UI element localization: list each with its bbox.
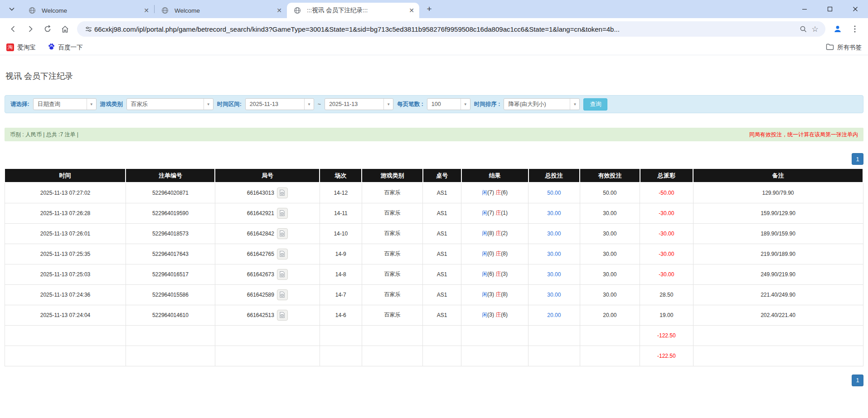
all-bookmarks[interactable]: 所有书签 <box>826 43 862 52</box>
window-minimize-button[interactable] <box>792 0 817 18</box>
date-to-select[interactable]: 2025-11-13 ▼ <box>325 98 393 110</box>
page-number-button[interactable]: 1 <box>852 153 863 165</box>
cell-table-no: AS1 <box>423 244 461 264</box>
cell-time: 2025-11-13 07:25:35 <box>5 244 126 264</box>
subtotal-label: 小计 <box>5 325 126 346</box>
summary-info-bar: 币别 : 人民币 | 总共 :7 注单 | 同局有效投注，统一计算在该局第一张注… <box>5 128 863 141</box>
cell-session: 14-12 <box>320 183 362 203</box>
baidu-paw-icon <box>48 43 55 52</box>
reload-icon[interactable] <box>40 21 55 37</box>
cell-note: 202.40/221.40 <box>693 305 863 325</box>
cell-round-id: 661642765 <box>215 244 320 264</box>
game-type-select[interactable]: 百家乐 ▼ <box>126 98 213 110</box>
date-from-select[interactable]: 2025-11-13 ▼ <box>245 98 314 110</box>
cell-game-type: 百家乐 <box>362 264 422 284</box>
cell-round-id: 661642842 <box>215 223 320 244</box>
tab-search-chevron-icon[interactable] <box>5 3 18 15</box>
cell-note: 129.90/79.90 <box>693 183 863 203</box>
cell-game-type: 百家乐 <box>362 203 422 223</box>
video-replay-button[interactable] <box>277 289 288 300</box>
tab-close-icon[interactable]: ✕ <box>142 6 150 14</box>
video-replay-button[interactable] <box>277 249 288 259</box>
table-row: 2025-11-13 07:25:35522964017643661642765… <box>5 244 863 264</box>
url-text[interactable]: 66cxkj98.com/ipl/portal.php/game/betreco… <box>94 25 797 33</box>
cell-session: 14-9 <box>320 244 362 264</box>
cell-valid-bet: 30.00 <box>580 203 640 223</box>
site-info-icon[interactable] <box>82 23 94 35</box>
cell-table-no: AS1 <box>423 203 461 223</box>
cell-payout: 19.00 <box>640 305 693 325</box>
table-row: 2025-11-13 07:26:01522964018573661642842… <box>5 223 863 244</box>
profile-avatar-icon[interactable] <box>830 21 845 37</box>
cell-valid-bet: 30.00 <box>580 284 640 305</box>
cell-time: 2025-11-13 07:24:04 <box>5 305 126 325</box>
cell-session: 14-8 <box>320 264 362 284</box>
total-label: 总计 <box>5 346 126 366</box>
back-icon[interactable] <box>5 21 21 37</box>
cell-result: 闲(7) 庄(1) <box>461 203 529 223</box>
video-replay-button[interactable] <box>277 310 288 321</box>
cell-total-bet: 50.00 <box>529 183 580 203</box>
browser-tab-1[interactable]: Welcome ✕ <box>22 3 154 18</box>
page-number-button[interactable]: 1 <box>852 375 863 386</box>
subtotal-count: 7 <box>126 325 215 346</box>
home-icon[interactable] <box>57 21 73 37</box>
browser-menu-kebab-icon[interactable] <box>847 21 863 37</box>
cell-game-type: 百家乐 <box>362 223 422 244</box>
cell-round-id: 661642513 <box>215 305 320 325</box>
cell-game-type: 百家乐 <box>362 284 422 305</box>
video-replay-button[interactable] <box>277 228 288 239</box>
video-replay-button[interactable] <box>277 187 288 198</box>
cell-time: 2025-11-13 07:26:28 <box>5 203 126 223</box>
address-bar[interactable]: 66cxkj98.com/ipl/portal.php/game/betreco… <box>77 21 825 37</box>
round-id-text: 661642842 <box>247 231 274 237</box>
cell-table-no: AS1 <box>423 223 461 244</box>
new-tab-button[interactable]: + <box>423 3 436 15</box>
globe-icon <box>26 5 38 16</box>
round-id-text: 661642765 <box>247 251 274 257</box>
round-id-text: 661643013 <box>247 190 274 196</box>
forward-icon[interactable] <box>23 21 38 37</box>
cell-bet-id: 522964014610 <box>126 305 215 325</box>
round-id-text: 661642921 <box>247 210 274 216</box>
round-id-text: 661642513 <box>247 312 274 318</box>
browser-tab-2[interactable]: Welcome ✕ <box>155 3 287 18</box>
window-close-button[interactable] <box>843 0 868 18</box>
window-maximize-button[interactable] <box>817 0 843 18</box>
bookmark-baidu[interactable]: 百度一下 <box>48 43 83 52</box>
cell-round-id: 661643013 <box>215 183 320 203</box>
cell-payout: -30.00 <box>640 244 693 264</box>
bookmark-star-icon[interactable]: ☆ <box>809 23 821 35</box>
cell-total-bet: 20.00 <box>529 305 580 325</box>
cell-result: 闲(8) 庄(2) <box>461 223 529 244</box>
sort-order-select[interactable]: 降幂(由大到小) ▼ <box>504 98 580 110</box>
video-replay-button[interactable] <box>277 208 288 219</box>
cell-valid-bet: 30.00 <box>580 264 640 284</box>
search-button[interactable]: 查询 <box>583 98 607 111</box>
tab-title: :::视讯 会员下注纪录::: <box>307 6 404 14</box>
cell-time: 2025-11-13 07:26:01 <box>5 223 126 244</box>
cell-table-no: AS1 <box>423 305 461 325</box>
column-header-4: 游戏类别 <box>362 169 422 183</box>
page-size-select[interactable]: 100 ▼ <box>427 98 470 110</box>
cell-time: 2025-11-13 07:24:36 <box>5 284 126 305</box>
browser-tab-active[interactable]: :::视讯 会员下注纪录::: ✕ <box>287 3 419 18</box>
game-type-label: 游戏类别 <box>100 101 123 108</box>
video-replay-button[interactable] <box>277 269 288 280</box>
cell-note: 219.90/189.90 <box>693 244 863 264</box>
tab-close-icon[interactable]: ✕ <box>407 6 416 14</box>
bookmark-aitaobao[interactable]: 淘 爱淘宝 <box>6 43 36 52</box>
zoom-magnifier-icon[interactable] <box>797 23 809 35</box>
cell-note: 159.90/129.90 <box>693 203 863 223</box>
cell-note: 221.40/249.90 <box>693 284 863 305</box>
currency-total-text: 币别 : 人民币 | 总共 :7 注单 | <box>10 131 78 139</box>
tab-close-icon[interactable]: ✕ <box>275 6 283 14</box>
column-header-9: 总派彩 <box>640 169 693 183</box>
all-bookmarks-label: 所有书签 <box>837 43 862 52</box>
browser-toolbar: 66cxkj98.com/ipl/portal.php/game/betreco… <box>0 18 868 40</box>
table-row: 2025-11-13 07:26:28522964019590661642921… <box>5 203 863 223</box>
column-header-3: 场次 <box>320 169 362 183</box>
cell-round-id: 661642589 <box>215 284 320 305</box>
cell-valid-bet: 20.00 <box>580 305 640 325</box>
query-mode-select[interactable]: 日期查询 ▼ <box>33 98 97 110</box>
